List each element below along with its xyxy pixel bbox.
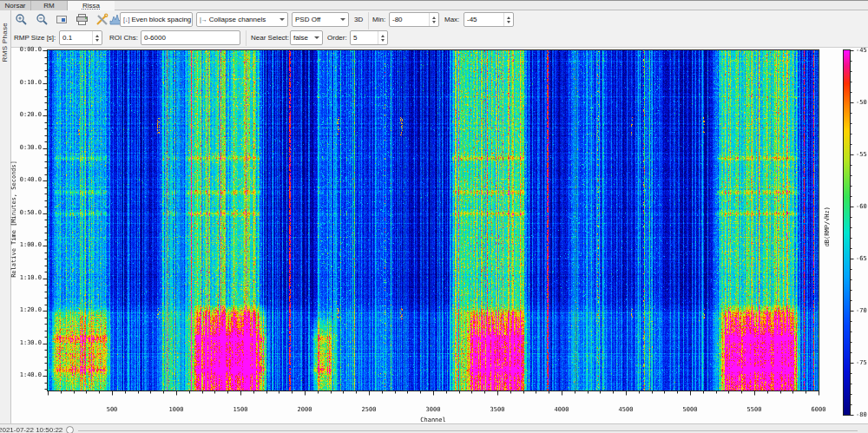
collapse-channels-select[interactable]: |→ Collapse channels <box>196 12 288 27</box>
x-tick-label: 2000 <box>287 407 322 413</box>
y-tick-label: 0:10.0 <box>12 80 42 86</box>
x-tick-label: 3500 <box>480 407 515 413</box>
toolbar-separator <box>368 12 369 30</box>
rmp-size-label: RMP Size [s]: <box>14 30 56 46</box>
time-slider-track[interactable] <box>78 430 858 431</box>
spinner-arrows-icon[interactable] <box>429 13 436 26</box>
tab-bar: Norsar RM Rissa <box>0 0 868 10</box>
near-select-combo[interactable]: false <box>290 30 323 45</box>
colorbar-tick-label: -60 <box>856 204 868 210</box>
print-icon[interactable] <box>76 13 89 27</box>
timestamp: 2021-07-22 10:50:22 <box>0 426 62 433</box>
colorbar-tick-label: -45 <box>856 48 868 54</box>
colorbar-tick-label: -65 <box>856 256 868 262</box>
colorbar-tick-label: -50 <box>856 100 868 106</box>
tools-icon[interactable] <box>95 13 109 27</box>
tab-norsar[interactable]: Norsar <box>0 1 31 10</box>
min-spinbox[interactable]: -80 <box>389 12 439 27</box>
x-tick-label: 5000 <box>673 407 707 413</box>
colorbar-label: dB(RMP/√Hz) <box>824 207 831 246</box>
app-window: Norsar RM Rissa RMS Phase [↓] Even block… <box>0 0 868 433</box>
zoom-out-icon[interactable] <box>36 13 49 27</box>
roi-chs-label: ROI Chs: <box>109 30 138 46</box>
order-spinbox[interactable]: 5 <box>350 30 388 45</box>
y-tick-label: 1:40.0 <box>12 372 42 378</box>
roi-chs-input[interactable]: 0-6000 <box>141 30 240 45</box>
colorbar-tick-label: -80 <box>856 412 868 418</box>
image-region-icon[interactable] <box>56 13 69 27</box>
tab-rissa[interactable]: Rissa <box>68 1 115 10</box>
y-tick-label: 0:20.0 <box>12 112 42 118</box>
x-tick-label: 5500 <box>737 407 772 413</box>
spinner-arrows-icon[interactable] <box>92 31 99 44</box>
zoom-in-icon[interactable] <box>15 13 29 27</box>
y-tick-label: 1:20.0 <box>12 307 42 313</box>
max-spinbox[interactable]: -45 <box>464 12 514 27</box>
time-slider-handle[interactable] <box>66 426 74 433</box>
collapse-channels-icon: |→ <box>200 16 207 23</box>
chevron-down-icon <box>279 18 285 21</box>
x-tick-label: 4500 <box>608 407 643 413</box>
tab-rm[interactable]: RM <box>31 1 68 10</box>
colorbar-tick-label: -55 <box>856 152 868 158</box>
order-label: Order: <box>327 30 347 46</box>
y-tick-label: 0:30.0 <box>12 145 42 151</box>
x-tick-label: 1000 <box>159 407 194 413</box>
x-tick-label: 3000 <box>416 407 450 413</box>
spinner-arrows-icon[interactable] <box>503 13 510 26</box>
block-spacing-select[interactable]: [↓] Even block spacing <box>120 12 193 27</box>
3d-toggle[interactable]: 3D <box>354 12 363 28</box>
spinner-arrows-icon[interactable] <box>378 31 385 44</box>
y-tick-label: 1:30.0 <box>12 340 42 346</box>
rmp-size-spinbox[interactable]: 0.1 <box>59 30 102 45</box>
chevron-down-icon <box>340 18 345 21</box>
min-label: Min: <box>372 12 385 28</box>
psd-select[interactable]: PSD Off <box>292 12 349 27</box>
colorbar <box>844 50 850 415</box>
block-spacing-icon: [↓] <box>123 16 129 23</box>
x-tick-label: 4000 <box>544 407 579 413</box>
x-tick-label: 500 <box>95 407 129 413</box>
waterfall-heatmap[interactable] <box>48 50 819 390</box>
side-tab-rms-phase[interactable]: RMS Phase <box>1 23 9 62</box>
status-bar: 2021-07-22 10:50:22 <box>0 423 868 433</box>
max-label: Max: <box>444 12 459 28</box>
y-axis-label: Relative Time [Minutes, Seconds] <box>10 161 17 278</box>
x-tick-label: 6000 <box>801 407 836 413</box>
y-tick-label: 0:00.0 <box>12 47 42 53</box>
colorbar-tick-label: -70 <box>856 308 868 314</box>
colorbar-tick-label: -75 <box>856 360 868 366</box>
x-tick-label: 2500 <box>352 407 386 413</box>
toolbar-separator <box>246 30 247 46</box>
near-select-label: Near Select: <box>251 30 289 46</box>
x-axis-label: Channel <box>407 417 459 423</box>
chevron-down-icon <box>314 36 319 39</box>
x-tick-label: 1500 <box>223 407 258 413</box>
